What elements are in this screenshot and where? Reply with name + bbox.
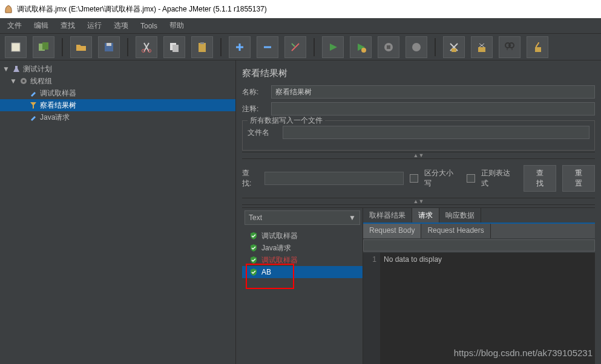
toggle-button[interactable] (284, 36, 306, 58)
svg-point-11 (361, 48, 366, 53)
tree-label: 测试计划 (23, 64, 52, 74)
start-no-timers-button[interactable] (350, 36, 372, 58)
regex-checkbox[interactable] (467, 174, 475, 183)
menu-run[interactable]: 运行 (82, 19, 107, 33)
case-sensitive-checkbox[interactable] (410, 174, 418, 183)
flask-icon (11, 64, 22, 74)
menu-bar: 文件 编辑 查找 运行 选项 Tools 帮助 (0, 18, 601, 34)
tree-debug-sampler[interactable]: 调试取样器 (0, 87, 235, 99)
regex-label: 正则表达式 (481, 168, 517, 189)
detail-tabs: 取样器结果 请求 响应数据 (363, 208, 595, 224)
expand-icon[interactable]: ▼ (10, 77, 17, 85)
window-title-bar: 调试取样器.jmx (E:\Jmeter\调试取样器.jmx) - Apache… (0, 0, 601, 18)
result-details: 取样器结果 请求 响应数据 Request Body Request Heade… (363, 208, 595, 364)
clear-all-button[interactable] (471, 36, 493, 58)
results-area: Text ▼ 调试取样器 Java请求 调试取样器 (242, 207, 595, 364)
clear-button[interactable] (443, 36, 465, 58)
svg-rect-4 (107, 43, 111, 46)
results-tree-pane: Text ▼ 调试取样器 Java请求 调试取样器 (242, 208, 363, 364)
editor-toolbar (363, 239, 595, 252)
renderer-select[interactable]: Text ▼ (245, 210, 360, 225)
result-label: 调试取样器 (261, 231, 298, 241)
search-input[interactable] (264, 172, 404, 185)
svg-rect-13 (387, 45, 390, 49)
comment-input[interactable] (271, 102, 595, 115)
search-label: 查找: (242, 168, 258, 189)
stop-button[interactable] (378, 36, 399, 58)
result-list[interactable]: 调试取样器 Java请求 调试取样器 AB (242, 227, 363, 364)
dropper-icon (28, 112, 39, 122)
search-bar: 查找: 区分大小写 正则表达式 查找 重置 (242, 160, 595, 197)
collapse-handle[interactable]: ▲▼ (242, 152, 595, 159)
expand-icon[interactable]: ▼ (2, 65, 10, 73)
subtab-request-headers[interactable]: Request Headers (421, 224, 490, 238)
new-button[interactable] (5, 36, 27, 58)
svg-point-14 (412, 43, 421, 51)
renderer-value: Text (249, 213, 262, 222)
panel-title: 察看结果树 (242, 68, 595, 79)
case-sensitive-label: 区分大小写 (424, 168, 461, 189)
filename-label: 文件名 (248, 128, 278, 138)
line-gutter: 1 (363, 253, 380, 364)
svg-rect-2 (42, 42, 48, 50)
name-label: 名称: (242, 87, 266, 97)
result-label: AB (261, 268, 271, 276)
subtab-request-body[interactable]: Request Body (363, 224, 421, 238)
function-helper-button[interactable] (527, 36, 548, 58)
filename-input[interactable] (283, 126, 590, 139)
name-input[interactable] (271, 85, 595, 99)
result-row[interactable]: 调试取样器 (242, 254, 363, 266)
result-label: 调试取样器 (261, 255, 298, 265)
tree-root[interactable]: ▼ 测试计划 (0, 63, 235, 75)
menu-options[interactable]: 选项 (109, 19, 133, 33)
tree-view-results[interactable]: 察看结果树 (0, 99, 235, 111)
dropper-icon (28, 88, 39, 98)
remove-button[interactable] (257, 36, 278, 58)
config-panel: 察看结果树 名称: 注释: 所有数据写入一个文件 文件名 ▲▼ 查找: 区分大小… (236, 60, 601, 364)
tree-java-request[interactable]: Java请求 (0, 111, 235, 123)
result-row[interactable]: Java请求 (242, 242, 363, 254)
menu-search[interactable]: 查找 (56, 19, 80, 33)
svg-rect-9 (199, 43, 206, 52)
menu-file[interactable]: 文件 (2, 19, 27, 33)
svg-point-21 (22, 80, 25, 82)
success-icon (249, 256, 258, 264)
svg-rect-10 (200, 42, 204, 44)
result-label: Java请求 (261, 243, 291, 253)
tree-thread-group[interactable]: ▼ 线程组 (0, 75, 235, 87)
success-icon (249, 268, 258, 276)
tab-sampler-result[interactable]: 取样器结果 (363, 208, 412, 223)
tree-label: 线程组 (30, 76, 52, 86)
request-subtabs: Request Body Request Headers (363, 224, 595, 238)
tree-label: 察看结果树 (40, 100, 76, 111)
gear-icon (18, 76, 29, 86)
add-button[interactable] (229, 36, 251, 58)
menu-tools[interactable]: Tools (136, 20, 162, 32)
write-results-label: 所有数据写入一个文件 (248, 115, 325, 126)
collapse-handle[interactable]: ▲▼ (242, 198, 595, 205)
success-icon (249, 244, 258, 252)
test-plan-tree[interactable]: ▼ 测试计划 ▼ 线程组 调试取样器 察看结果树 Java请求 (0, 60, 236, 364)
paste-button[interactable] (191, 36, 213, 58)
cut-button[interactable] (136, 36, 157, 58)
jmeter-icon (4, 4, 13, 14)
toolbar (0, 34, 601, 60)
tab-response[interactable]: 响应数据 (439, 208, 481, 223)
result-row[interactable]: AB (242, 266, 363, 278)
search-tree-button[interactable] (499, 36, 521, 58)
main-split: ▼ 测试计划 ▼ 线程组 调试取样器 察看结果树 Java请求 察看结果树 名称… (0, 60, 601, 364)
templates-button[interactable] (33, 36, 54, 58)
svg-rect-8 (172, 45, 179, 52)
copy-button[interactable] (163, 36, 185, 58)
tab-request[interactable]: 请求 (412, 208, 439, 223)
open-button[interactable] (70, 36, 92, 58)
menu-help[interactable]: 帮助 (165, 19, 189, 33)
svg-rect-19 (535, 47, 541, 52)
save-button[interactable] (98, 36, 120, 58)
start-button[interactable] (322, 36, 344, 58)
shutdown-button[interactable] (406, 36, 427, 58)
reset-button[interactable]: 重置 (562, 165, 595, 192)
result-row[interactable]: 调试取样器 (242, 230, 363, 242)
search-button[interactable]: 查找 (524, 165, 556, 192)
menu-edit[interactable]: 编辑 (29, 19, 53, 33)
